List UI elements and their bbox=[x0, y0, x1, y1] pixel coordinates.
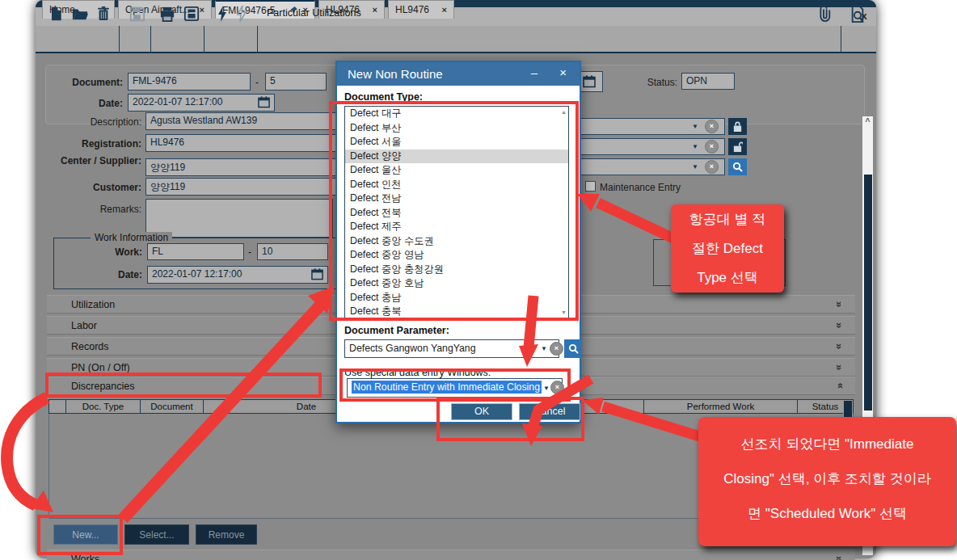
save-button[interactable] bbox=[126, 3, 147, 24]
work-information-legend: Work Information bbox=[91, 232, 172, 243]
screenshot-canvas: Home × Open Aircraft... × FML-9476-5 × H… bbox=[0, 0, 957, 560]
section-label: Utilization bbox=[71, 299, 115, 310]
main-scrollbar-thumb[interactable] bbox=[864, 175, 872, 411]
dialog-titlebar[interactable]: New Non Routine bbox=[337, 62, 580, 86]
minimize-icon[interactable]: – bbox=[531, 65, 538, 79]
section-label: Records bbox=[71, 341, 109, 352]
unlock-icon[interactable] bbox=[728, 138, 747, 155]
center-supplier-label: Center / Supplier: bbox=[61, 156, 141, 166]
attachment-paperclip-button[interactable] bbox=[813, 3, 834, 24]
clear-icon[interactable]: × bbox=[705, 140, 719, 154]
tab-close-icon[interactable]: × bbox=[373, 6, 377, 15]
document-search-button[interactable] bbox=[847, 3, 868, 24]
column-header-icon[interactable] bbox=[49, 400, 66, 413]
highlight-rect-document-type-list bbox=[329, 101, 579, 321]
description-label: Description: bbox=[61, 116, 141, 128]
toolbar-context-title: Particular Utilizations bbox=[267, 7, 361, 19]
print-preview-button[interactable] bbox=[181, 3, 202, 24]
chevron-double-down-icon[interactable]: » bbox=[833, 322, 845, 328]
tab-label: HL9476 bbox=[395, 4, 437, 15]
remove-button[interactable]: Remove bbox=[196, 524, 257, 545]
callout-closing-note: 선조치 되었다면 "Immediate Closing" 선택, 이후 조치할 … bbox=[698, 417, 956, 546]
section-label: Labor bbox=[71, 320, 97, 331]
lock-icon[interactable] bbox=[728, 118, 747, 135]
scroll-up-icon[interactable]: ^ bbox=[862, 117, 873, 126]
remarks-label: Remarks: bbox=[61, 204, 141, 215]
date-label: Date: bbox=[74, 98, 123, 109]
status-field: OPN bbox=[681, 73, 735, 90]
dialog-title: New Non Routine bbox=[348, 67, 443, 81]
work-field[interactable]: FL bbox=[147, 243, 244, 260]
work-separator: - bbox=[248, 246, 251, 258]
column-header-doc-type[interactable]: Doc. Type bbox=[66, 400, 141, 413]
chevron-double-down-icon[interactable]: » bbox=[833, 556, 845, 560]
column-header-document[interactable]: Document bbox=[141, 400, 204, 413]
delete-button[interactable] bbox=[93, 3, 114, 24]
chevron-double-down-icon[interactable]: » bbox=[833, 343, 845, 349]
tab-close-icon[interactable]: × bbox=[442, 6, 447, 15]
section-label: PN (On / Off) bbox=[71, 362, 130, 373]
new-document-button[interactable] bbox=[45, 3, 66, 24]
execute-bolt-button[interactable] bbox=[212, 3, 233, 24]
work-date-label: Date: bbox=[86, 269, 142, 280]
callout-line: Type 선택 bbox=[671, 263, 784, 293]
work-label: Work: bbox=[86, 246, 142, 258]
maintenance-entry-checkbox[interactable] bbox=[585, 181, 596, 192]
work-sub-field[interactable]: 10 bbox=[257, 243, 328, 260]
execute-bolt-disabled-icon bbox=[231, 3, 252, 24]
callout-line: 절한 Defect bbox=[671, 234, 784, 263]
status-label: Status: bbox=[622, 77, 677, 88]
highlight-rect-discrepancies bbox=[45, 373, 322, 398]
calendar-icon[interactable] bbox=[258, 96, 270, 108]
toolbar bbox=[36, 26, 876, 53]
search-icon[interactable] bbox=[564, 339, 582, 358]
callout-line: 면 "Scheduled Work" 선택 bbox=[698, 496, 956, 531]
right-combo-2[interactable] bbox=[570, 138, 725, 155]
search-icon[interactable] bbox=[728, 158, 747, 175]
chevron-double-down-icon[interactable]: » bbox=[833, 301, 845, 307]
section-bar-works[interactable]: Works » bbox=[47, 549, 855, 560]
highlight-rect-new-button bbox=[37, 515, 123, 555]
close-icon[interactable]: × bbox=[559, 65, 567, 79]
calendar-icon[interactable] bbox=[311, 268, 323, 280]
calendar-icon[interactable] bbox=[583, 75, 596, 88]
chevron-down-icon[interactable]: ▼ bbox=[692, 163, 698, 171]
document-parameter-combo[interactable]: Defects Gangwon YangYang bbox=[344, 339, 559, 358]
remarks-field[interactable] bbox=[145, 199, 333, 238]
clear-icon[interactable]: × bbox=[705, 120, 719, 133]
toolbar-divider bbox=[257, 26, 258, 53]
document-number-field[interactable]: FML-9476 bbox=[128, 73, 251, 91]
column-header-performed-work[interactable]: Performed Work bbox=[644, 400, 798, 413]
registration-label: Registration: bbox=[61, 138, 141, 149]
chevron-double-up-icon[interactable]: » bbox=[833, 383, 845, 389]
document-parameter-label: Document Parameter: bbox=[344, 325, 449, 336]
callout-line: 선조치 되었다면 "Immediate bbox=[698, 427, 956, 461]
document-separator: - bbox=[255, 77, 259, 88]
tab-hl9476-2[interactable]: HL9476 × bbox=[388, 0, 454, 19]
chevron-down-icon[interactable]: ▼ bbox=[692, 123, 698, 130]
callout-line: 항공대 별 적 bbox=[671, 205, 784, 234]
clear-icon[interactable]: × bbox=[550, 342, 563, 356]
clear-icon[interactable]: × bbox=[705, 160, 719, 174]
toolbar-divider bbox=[150, 26, 151, 53]
callout-line: Closing" 선택, 이후 조치할 것이라 bbox=[698, 461, 956, 496]
print-button[interactable] bbox=[157, 3, 178, 24]
chevron-down-icon[interactable]: ▼ bbox=[541, 345, 547, 352]
toolbar-divider bbox=[204, 26, 204, 53]
document-label: Document: bbox=[50, 77, 123, 88]
callout-defect-type: 항공대 별 적 절한 Defect Type 선택 bbox=[671, 204, 784, 293]
open-folder-button[interactable] bbox=[70, 3, 91, 24]
date-field[interactable]: 2022-01-07 12:17:00 bbox=[128, 94, 275, 112]
work-date-field[interactable]: 2022-01-07 12:17:00 bbox=[147, 266, 328, 284]
right-combo-1[interactable] bbox=[570, 118, 725, 135]
toolbar-divider bbox=[841, 26, 841, 53]
customer-label: Customer: bbox=[61, 182, 141, 193]
chevron-double-down-icon[interactable]: » bbox=[833, 364, 845, 370]
highlight-rect-ok-button bbox=[436, 397, 584, 441]
chevron-down-icon[interactable]: ▼ bbox=[692, 143, 698, 150]
maintenance-entry-label: Maintenance Entry bbox=[600, 182, 705, 193]
select-button[interactable]: Select... bbox=[124, 524, 189, 545]
right-combo-3[interactable] bbox=[570, 158, 725, 175]
toolbar-divider bbox=[119, 26, 120, 53]
document-subnumber-field[interactable]: 5 bbox=[265, 73, 327, 91]
